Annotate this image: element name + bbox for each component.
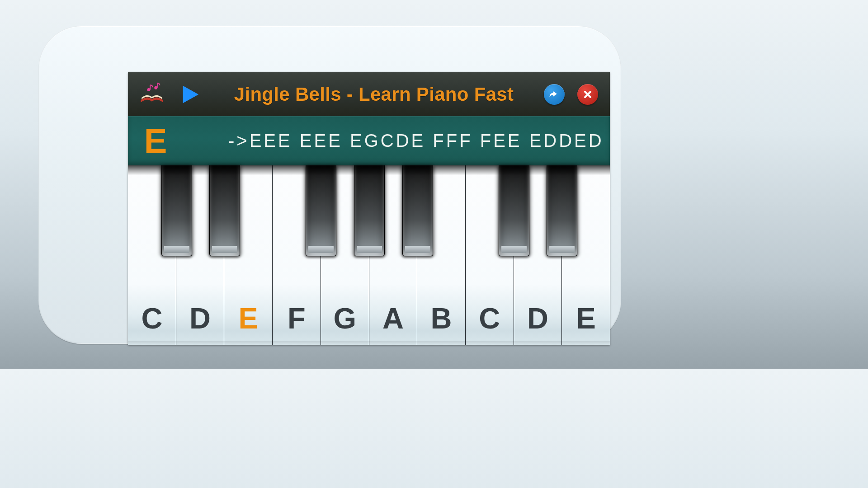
black-key-c-sharp[interactable]: [161, 165, 192, 256]
song-title: Jingle Bells - Learn Piano Fast: [204, 84, 544, 105]
play-button[interactable]: [176, 80, 204, 108]
music-book-icon: [139, 82, 165, 107]
black-key-d-sharp[interactable]: [209, 165, 240, 256]
svg-rect-3: [157, 83, 158, 88]
keyboard-top-shadow: [128, 165, 610, 175]
close-button[interactable]: [577, 84, 598, 105]
current-note: E: [128, 124, 174, 158]
black-key-g-sharp[interactable]: [354, 165, 385, 256]
songbook-button[interactable]: [138, 80, 166, 108]
black-key-a-sharp[interactable]: [402, 165, 433, 256]
svg-marker-4: [183, 85, 199, 103]
top-bar: Jingle Bells - Learn Piano Fast: [128, 72, 610, 116]
black-key-d-sharp-2[interactable]: [547, 165, 577, 256]
play-icon: [179, 84, 200, 105]
black-key-f-sharp[interactable]: [306, 165, 336, 256]
note-sequence-bar: E ->EEE EEE EGCDE FFF FEE EDDED: [128, 116, 610, 165]
note-sequence: ->EEE EEE EGCDE FFF FEE EDDED: [174, 131, 610, 151]
piano-keyboard: C D E F G A B C D E: [128, 165, 610, 345]
svg-rect-1: [150, 85, 151, 90]
close-icon: [582, 89, 593, 100]
share-button[interactable]: [544, 84, 565, 105]
topbar-right: [544, 84, 598, 105]
phone-frame: Jingle Bells - Learn Piano Fast E ->EEE …: [38, 26, 621, 344]
share-arrow-icon: [548, 88, 561, 101]
app-screen: Jingle Bells - Learn Piano Fast E ->EEE …: [128, 72, 610, 345]
black-key-c-sharp-2[interactable]: [499, 165, 529, 256]
